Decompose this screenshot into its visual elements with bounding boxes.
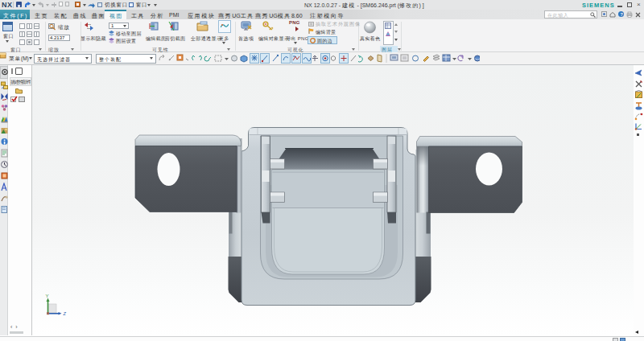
svg-text:Y: Y xyxy=(46,294,49,298)
svg-text:Z: Z xyxy=(63,311,67,316)
